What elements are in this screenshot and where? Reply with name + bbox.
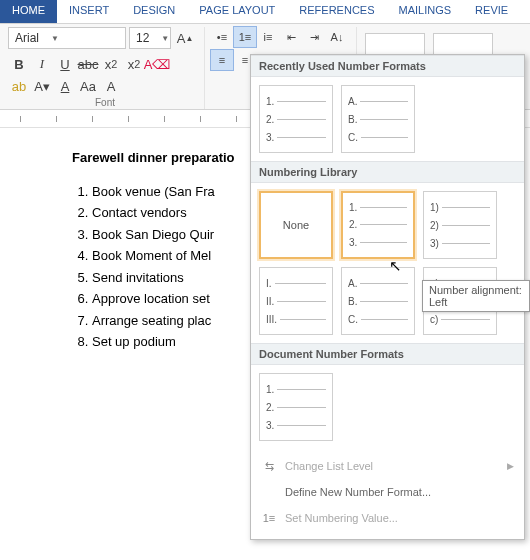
chevron-down-icon: ▼ xyxy=(155,34,169,43)
group-label-font: Font xyxy=(6,97,204,108)
number-format-123dot[interactable]: 1. 2. 3. xyxy=(259,373,333,441)
section-recent: Recently Used Number Formats xyxy=(251,55,524,77)
align-left-button[interactable]: ≡ xyxy=(211,50,233,70)
tab-references[interactable]: REFERENCES xyxy=(287,0,386,23)
increase-indent-button[interactable]: ⇥ xyxy=(303,27,325,47)
define-new-format-item[interactable]: Define New Number Format... xyxy=(251,479,524,505)
superscript-button[interactable]: x2 xyxy=(123,53,145,75)
ribbon-tabs: HOME INSERT DESIGN PAGE LAYOUT REFERENCE… xyxy=(0,0,530,24)
clear-formatting-icon[interactable]: A⌫ xyxy=(146,53,168,75)
font-size-combo[interactable]: 12 ▼ xyxy=(129,27,171,49)
strikethrough-button[interactable]: abc xyxy=(77,53,99,75)
tab-design[interactable]: DESIGN xyxy=(121,0,187,23)
group-font: Arial ▼ 12 ▼ A▲ B I U abc x2 x2 A⌫ ab A▾… xyxy=(6,27,205,109)
sort-button[interactable]: A↓ xyxy=(326,27,348,47)
dropdown-footer: ⇆ Change List Level ▶ Define New Number … xyxy=(251,449,524,535)
chevron-right-icon: ▶ xyxy=(507,461,514,471)
number-format-123paren[interactable]: 1) 2) 3) xyxy=(423,191,497,259)
underline-button[interactable]: U xyxy=(54,53,76,75)
numbering-button[interactable]: 1≡ xyxy=(234,27,256,47)
subscript-button[interactable]: x2 xyxy=(100,53,122,75)
number-format-abc-upper-dot[interactable]: A. B. C. xyxy=(341,267,415,335)
character-shading-icon[interactable]: A xyxy=(100,75,122,97)
tab-mailings[interactable]: MAILINGS xyxy=(387,0,464,23)
tab-review[interactable]: REVIE xyxy=(463,0,520,23)
bold-button[interactable]: B xyxy=(8,53,30,75)
font-size-value: 12 xyxy=(130,31,155,45)
set-numbering-value-item[interactable]: 1≡ Set Numbering Value... xyxy=(251,505,524,531)
tab-home[interactable]: HOME xyxy=(0,0,57,23)
chevron-down-icon: ▼ xyxy=(45,34,59,43)
change-case-icon[interactable]: Aa xyxy=(77,75,99,97)
section-library: Numbering Library xyxy=(251,161,524,183)
tab-page-layout[interactable]: PAGE LAYOUT xyxy=(187,0,287,23)
number-icon: 1≡ xyxy=(261,510,277,526)
font-name-value: Arial xyxy=(9,31,45,45)
decrease-indent-button[interactable]: ⇤ xyxy=(280,27,302,47)
indent-icon: ⇆ xyxy=(261,458,277,474)
tooltip: Number alignment: Left xyxy=(422,280,530,312)
number-format-123dot[interactable]: 1. 2. 3. xyxy=(259,85,333,153)
bullets-button[interactable]: •≡ xyxy=(211,27,233,47)
increase-font-icon[interactable]: A▲ xyxy=(174,27,196,49)
text-effects-icon[interactable]: A▾ xyxy=(31,75,53,97)
font-name-combo[interactable]: Arial ▼ xyxy=(8,27,126,49)
tab-insert[interactable]: INSERT xyxy=(57,0,121,23)
text-highlight-icon[interactable]: ab xyxy=(8,75,30,97)
font-color-icon[interactable]: A xyxy=(54,75,76,97)
number-format-123dot[interactable]: 1. 2. 3. xyxy=(341,191,415,259)
section-doc-formats: Document Number Formats xyxy=(251,343,524,365)
multilevel-list-button[interactable]: i≡ xyxy=(257,27,279,47)
change-list-level-item[interactable]: ⇆ Change List Level ▶ xyxy=(251,453,524,479)
number-format-none[interactable]: None xyxy=(259,191,333,259)
italic-button[interactable]: I xyxy=(31,53,53,75)
number-format-roman-upper[interactable]: I. II. III. xyxy=(259,267,333,335)
number-format-abc-upper-dot[interactable]: A. B. C. xyxy=(341,85,415,153)
